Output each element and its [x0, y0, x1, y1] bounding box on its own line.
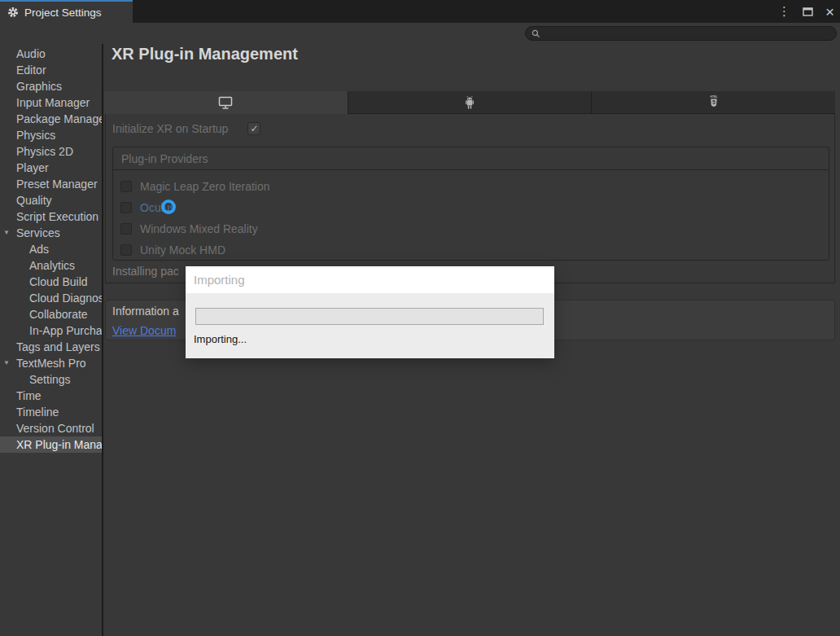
- sidebar-item-label: Preset Manager: [0, 176, 102, 192]
- maximize-icon[interactable]: [803, 7, 813, 16]
- sidebar-item-time[interactable]: ▼ Time: [0, 388, 102, 404]
- sidebar-item-label: Script Execution Order: [0, 208, 102, 225]
- sidebar-item-label: Tags and Layers: [0, 339, 102, 355]
- android-robot-icon: [463, 95, 476, 110]
- project-settings-tab[interactable]: Project Settings: [0, 0, 133, 23]
- titlebar: Project Settings ⋮ ×: [0, 0, 840, 23]
- sidebar-item-label: Quality: [0, 192, 102, 208]
- loading-spinner-icon: [161, 200, 176, 214]
- sidebar-item-label: Player: [0, 160, 102, 176]
- installing-status-text: Installing pac: [112, 265, 179, 278]
- tab-android[interactable]: [348, 91, 593, 114]
- sidebar-item-label: Physics 2D: [0, 143, 102, 160]
- page-title: XR Plug-in Management: [112, 45, 298, 64]
- sidebar-divider[interactable]: [102, 44, 103, 636]
- sidebar-item-label: Settings: [0, 371, 102, 388]
- sidebar-item-editor[interactable]: ▼ Editor: [0, 62, 102, 78]
- foldout-arrow-icon[interactable]: ▼: [3, 355, 10, 371]
- sidebar-item-label: Analytics: [0, 257, 102, 274]
- sidebar-item-graphics[interactable]: ▼ Graphics: [0, 78, 102, 94]
- sidebar-item-ads[interactable]: ▼ Ads: [0, 241, 102, 257]
- close-icon[interactable]: ×: [825, 4, 834, 20]
- initialize-xr-checkbox[interactable]: ✓: [247, 122, 260, 135]
- sidebar-item-label: Package Manager: [0, 111, 102, 127]
- sidebar-item-label: Editor: [0, 62, 102, 78]
- sidebar-item-label: Physics: [0, 127, 102, 143]
- sidebar-item-tags-and-layers[interactable]: ▼ Tags and Layers: [0, 339, 102, 355]
- html5-shield-icon: HTML 5: [707, 95, 720, 109]
- sidebar-item-label: Time: [0, 388, 102, 404]
- plugin-providers-header: Plug-in Providers: [113, 147, 829, 170]
- sidebar-item-label: XR Plug-in Management: [0, 436, 102, 453]
- sidebar-item-analytics[interactable]: ▼ Analytics: [0, 257, 102, 274]
- kebab-menu-icon[interactable]: ⋮: [778, 4, 790, 19]
- sidebar-item-audio[interactable]: ▼ Audio: [0, 46, 102, 62]
- platform-tabstrip: HTML 5: [104, 91, 835, 114]
- provider-row-windows-mixed-reality[interactable]: Windows Mixed Reality: [113, 218, 829, 239]
- importing-dialog-title: Importing: [186, 266, 554, 293]
- sidebar-item-label: Ads: [0, 241, 102, 257]
- search-field[interactable]: [525, 26, 837, 41]
- sidebar-item-input-manager[interactable]: ▼ Input Manager: [0, 94, 102, 111]
- provider-checkbox[interactable]: [120, 181, 132, 192]
- information-text: Information a: [112, 305, 179, 318]
- sidebar-item-label: Audio: [0, 46, 102, 62]
- provider-label: Windows Mixed Reality: [140, 222, 258, 235]
- view-documentation-link[interactable]: View Docum: [112, 324, 176, 337]
- sidebar-item-physics[interactable]: ▼ Physics: [0, 127, 102, 143]
- xr-settings-panel: Initialize XR on Startup ✓ Plug-in Provi…: [105, 114, 835, 283]
- sidebar-item-label: Collaborate: [0, 306, 102, 322]
- sidebar-item-in-app-purchasing[interactable]: ▼ In-App Purchasing: [0, 322, 102, 339]
- sidebar-item-services[interactable]: ▼ Services: [0, 225, 102, 241]
- sidebar-item-cloud-diagnostics[interactable]: ▼ Cloud Diagnostics: [0, 290, 102, 306]
- plugin-providers-group: Plug-in Providers Magic Leap Zero Iterat…: [112, 147, 829, 261]
- svg-text:HTML: HTML: [710, 95, 717, 99]
- foldout-arrow-icon[interactable]: ▼: [3, 225, 10, 241]
- provider-checkbox[interactable]: [120, 244, 132, 256]
- tab-web[interactable]: HTML 5: [592, 91, 835, 114]
- provider-checkbox[interactable]: [120, 202, 132, 213]
- sidebar-item-label: Input Manager: [0, 94, 102, 111]
- sidebar-item-physics-2d[interactable]: ▼ Physics 2D: [0, 143, 102, 160]
- sidebar-item-label: TextMesh Pro: [0, 355, 102, 371]
- sidebar-item-preset-manager[interactable]: ▼ Preset Manager: [0, 176, 102, 192]
- sidebar-item-version-control[interactable]: ▼ Version Control: [0, 420, 102, 436]
- provider-label: Unity Mock HMD: [140, 243, 225, 257]
- svg-text:5: 5: [712, 99, 715, 105]
- import-progress-bar: [195, 308, 544, 325]
- importing-dialog: Importing Importing...: [186, 266, 554, 358]
- toolbar: [0, 23, 840, 44]
- sidebar-item-cloud-build[interactable]: ▼ Cloud Build: [0, 274, 102, 290]
- sidebar-item-label: Cloud Build: [0, 274, 102, 290]
- sidebar-item-label: In-App Purchasing: [0, 322, 102, 339]
- plugin-providers-list: Magic Leap Zero Iteration Oculus Windows…: [113, 170, 829, 261]
- sidebar-item-label: Timeline: [0, 404, 102, 420]
- provider-row-magic-leap-zero-iteration[interactable]: Magic Leap Zero Iteration: [113, 176, 829, 197]
- provider-label: Magic Leap Zero Iteration: [140, 180, 270, 193]
- sidebar-item-textmesh-pro[interactable]: ▼ TextMesh Pro: [0, 355, 102, 371]
- search-input[interactable]: [544, 28, 836, 39]
- provider-row-unity-mock-hmd[interactable]: Unity Mock HMD: [113, 239, 829, 261]
- sidebar-item-label: Graphics: [0, 78, 102, 94]
- tab-desktop[interactable]: [104, 91, 348, 114]
- desktop-monitor-icon: [218, 96, 233, 110]
- sidebar-item-package-manager[interactable]: ▼ Package Manager: [0, 111, 102, 127]
- sidebar-item-quality[interactable]: ▼ Quality: [0, 192, 102, 208]
- sidebar-item-label: Services: [0, 225, 102, 241]
- checkmark-icon: ✓: [250, 124, 258, 134]
- sidebar-item-script-execution-order[interactable]: ▼ Script Execution Order: [0, 208, 102, 225]
- sidebar-item-settings[interactable]: ▼ Settings: [0, 371, 102, 388]
- settings-category-list: ▼ Audio ▼ Editor ▼ Graphics ▼ Input Mana…: [0, 44, 102, 636]
- window-title: Project Settings: [24, 7, 102, 19]
- window-controls: ⋮ ×: [778, 0, 834, 23]
- sidebar-item-xr-plug-in-management[interactable]: ▼ XR Plug-in Management: [0, 436, 102, 453]
- gear-icon: [7, 7, 19, 18]
- importing-status-text: Importing...: [194, 333, 247, 345]
- sidebar-item-label: Cloud Diagnostics: [0, 290, 102, 306]
- sidebar-item-timeline[interactable]: ▼ Timeline: [0, 404, 102, 420]
- provider-row-oculus[interactable]: Oculus: [113, 197, 829, 218]
- initialize-xr-label: Initialize XR on Startup: [112, 122, 228, 135]
- sidebar-item-player[interactable]: ▼ Player: [0, 160, 102, 176]
- provider-checkbox[interactable]: [120, 223, 132, 235]
- sidebar-item-collaborate[interactable]: ▼ Collaborate: [0, 306, 102, 322]
